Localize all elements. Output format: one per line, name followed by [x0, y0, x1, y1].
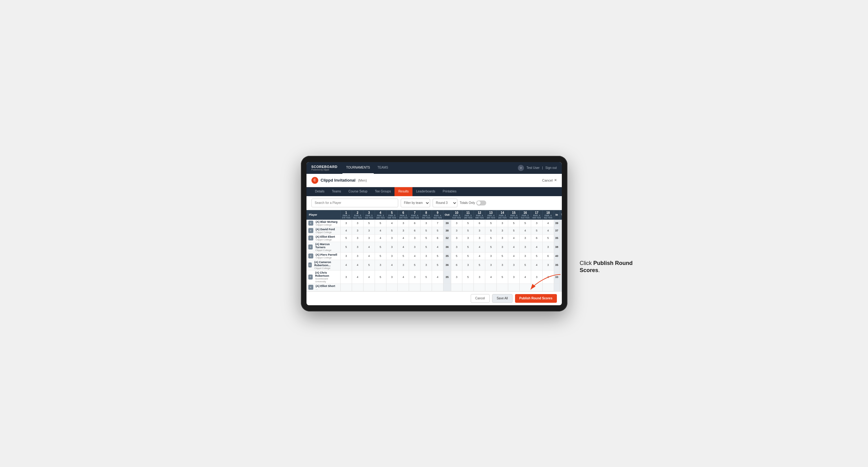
hole-13-score[interactable]: 5 — [485, 220, 497, 227]
publish-round-scores-button[interactable]: Publish Round Scores — [515, 294, 557, 303]
hole-7-score[interactable]: 6 — [409, 220, 421, 227]
hole-2-score[interactable]: 3 — [352, 252, 363, 260]
hole-5-score[interactable]: 3 — [386, 242, 398, 252]
hole-7-score[interactable]: 3 — [409, 270, 421, 284]
hole-18-score[interactable]: 3 — [542, 242, 554, 252]
hole-10-score[interactable]: 3 — [451, 234, 462, 242]
hole-10-score[interactable]: 3 — [451, 227, 462, 234]
hole-15-score[interactable]: 4 — [508, 252, 519, 260]
hole-9-score[interactable]: 5 — [432, 227, 443, 234]
hole-16-score[interactable]: 3 — [519, 242, 531, 252]
hole-13-score[interactable]: 5 — [485, 242, 497, 252]
hole-15-score[interactable]: 5 — [508, 227, 519, 234]
hole-18-score[interactable]: 4 — [542, 220, 554, 227]
hole-5-score[interactable]: 3 — [386, 270, 398, 284]
hole-6-score[interactable] — [398, 284, 409, 291]
hole-3-score[interactable]: 5 — [363, 220, 375, 227]
hole-18-score[interactable]: 5 — [542, 234, 554, 242]
hole-16-score[interactable]: 4 — [519, 227, 531, 234]
round-select[interactable]: Round 3 — [433, 199, 457, 207]
hole-11-score[interactable]: 5 — [462, 220, 474, 227]
hole-15-score[interactable]: 3 — [508, 260, 519, 270]
hole-15-score[interactable]: 5 — [508, 220, 519, 227]
hole-7-score[interactable]: 3 — [409, 234, 421, 242]
hole-3-score[interactable]: 4 — [363, 242, 375, 252]
hole-12-score[interactable]: 4 — [474, 252, 485, 260]
hole-5-score[interactable]: 4 — [386, 220, 398, 227]
hole-7-score[interactable]: 5 — [409, 260, 421, 270]
hole-16-score[interactable]: 5 — [519, 260, 531, 270]
hole-12-score[interactable]: 3 — [474, 270, 485, 284]
hole-3-score[interactable]: 5 — [363, 260, 375, 270]
hole-4-score[interactable] — [375, 284, 386, 291]
hole-14-score[interactable]: 3 — [497, 234, 508, 242]
hole-3-score[interactable]: 4 — [363, 270, 375, 284]
hole-1-score[interactable]: 4 — [341, 227, 352, 234]
hole-17-score[interactable]: 5 — [531, 252, 542, 260]
hole-5-score[interactable] — [386, 284, 398, 291]
hole-2-score[interactable] — [352, 284, 363, 291]
hole-14-score[interactable]: 3 — [497, 260, 508, 270]
hole-1-score[interactable] — [341, 284, 352, 291]
hole-10-score[interactable]: 3 — [451, 242, 462, 252]
hole-11-score[interactable]: 5 — [462, 252, 474, 260]
hole-4-score[interactable]: 5 — [375, 220, 386, 227]
hole-1-score[interactable]: 4 — [341, 260, 352, 270]
hole-12-score[interactable]: 6 — [474, 220, 485, 227]
header-cancel-button[interactable]: Cancel ✕ — [542, 178, 557, 182]
hole-10-score[interactable]: 6 — [451, 260, 462, 270]
hole-16-score[interactable]: 5 — [519, 220, 531, 227]
search-input[interactable] — [311, 199, 398, 207]
hole-2-score[interactable]: 3 — [352, 242, 363, 252]
hole-11-score[interactable]: 3 — [462, 260, 474, 270]
tab-leaderboards[interactable]: Leaderboards — [412, 187, 439, 196]
hole-17-score[interactable]: 4 — [531, 260, 542, 270]
hole-5-score[interactable]: 3 — [386, 252, 398, 260]
hole-4-score[interactable]: 5 — [375, 270, 386, 284]
hole-6-score[interactable]: 3 — [398, 260, 409, 270]
hole-17-score[interactable]: 5 — [531, 227, 542, 234]
hole-11-score[interactable]: 3 — [462, 234, 474, 242]
hole-3-score[interactable]: 3 — [363, 234, 375, 242]
hole-8-score[interactable]: 5 — [421, 234, 432, 242]
hole-8-score[interactable] — [421, 284, 432, 291]
hole-4-score[interactable]: 4 — [375, 234, 386, 242]
hole-6-score[interactable]: 4 — [398, 234, 409, 242]
hole-12-score[interactable]: 3 — [474, 227, 485, 234]
hole-1-score[interactable]: 3 — [341, 252, 352, 260]
hole-5-score[interactable]: 4 — [386, 260, 398, 270]
hole-4-score[interactable]: 3 — [375, 260, 386, 270]
hole-8-score[interactable]: 5 — [421, 227, 432, 234]
nav-tournaments[interactable]: TOURNAMENTS — [342, 162, 374, 174]
hole-9-score[interactable]: 4 — [432, 242, 443, 252]
hole-16-score[interactable]: 3 — [519, 252, 531, 260]
tab-results[interactable]: Results — [395, 187, 412, 196]
hole-14-score[interactable]: 3 — [497, 220, 508, 227]
hole-9-score[interactable]: 4 — [432, 270, 443, 284]
tab-tee-groups[interactable]: Tee Groups — [371, 187, 395, 196]
hole-12-score[interactable]: 3 — [474, 234, 485, 242]
hole-17-score[interactable]: 3 — [531, 220, 542, 227]
tab-details[interactable]: Details — [311, 187, 329, 196]
hole-13-score[interactable]: 4 — [485, 270, 497, 284]
save-all-button[interactable]: Save All — [492, 294, 513, 303]
hole-8-score[interactable]: 3 — [421, 220, 432, 227]
hole-12-score[interactable]: 5 — [474, 260, 485, 270]
hole-2-score[interactable]: 3 — [352, 227, 363, 234]
hole-3-score[interactable] — [363, 284, 375, 291]
hole-4-score[interactable]: 4 — [375, 227, 386, 234]
sign-out-link[interactable]: Sign out — [546, 166, 557, 169]
hole-6-score[interactable]: 3 — [398, 227, 409, 234]
hole-15-score[interactable]: 4 — [508, 242, 519, 252]
hole-13-score[interactable]: 3 — [485, 260, 497, 270]
nav-teams[interactable]: TEAMS — [374, 162, 392, 174]
hole-11-score[interactable]: 5 — [462, 270, 474, 284]
hole-6-score[interactable]: 5 — [398, 252, 409, 260]
hole-10-score[interactable] — [451, 284, 462, 291]
hole-9-score[interactable]: 6 — [432, 234, 443, 242]
hole-16-score[interactable]: 3 — [519, 234, 531, 242]
hole-18-score[interactable]: 3 — [542, 260, 554, 270]
hole-11-score[interactable] — [462, 284, 474, 291]
hole-13-score[interactable]: 3 — [485, 252, 497, 260]
hole-1-score[interactable]: 5 — [341, 234, 352, 242]
